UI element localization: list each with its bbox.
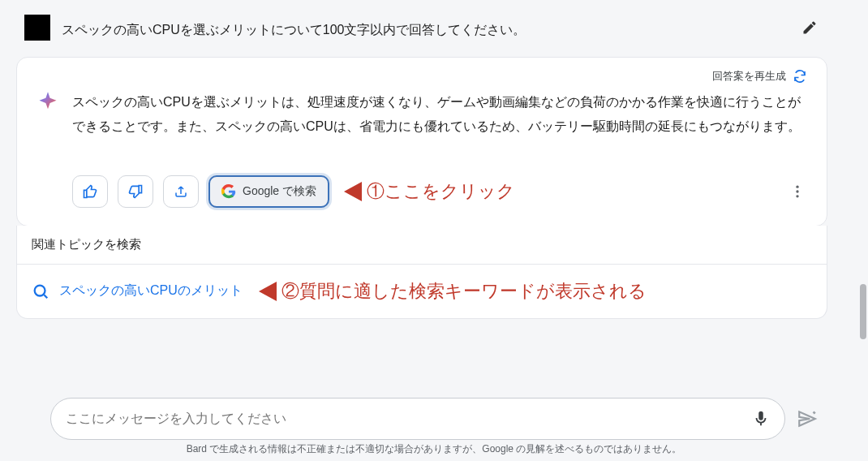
svg-point-3 [35, 285, 45, 295]
message-input[interactable] [66, 411, 752, 426]
thumb-up-icon [82, 183, 98, 200]
regenerate-button[interactable]: 回答案を再生成 [37, 69, 807, 84]
triangle-left-icon [259, 282, 277, 301]
annotation-two-text: ②質問に適した検索キーワードが表示される [281, 279, 647, 304]
share-icon [174, 184, 188, 199]
edit-icon[interactable] [800, 18, 819, 37]
more-options-button[interactable] [788, 182, 807, 201]
share-button[interactable] [163, 175, 199, 208]
prompt-row: スペックの高いCPUを選ぶメリットについて100文字以内で回答してください。 [16, 0, 827, 57]
response-text: スペックの高いCPUを選ぶメリットは、処理速度が速くなり、ゲームや動画編集などの… [72, 90, 807, 140]
annotation-one: ①ここをクリック [344, 179, 515, 204]
spark-icon [37, 90, 59, 113]
thumb-down-button[interactable] [118, 175, 153, 208]
response-card: 回答案を再生成 スペックの高いCPUを選ぶメリットは、処理速度が速くなり、ゲーム… [16, 57, 827, 226]
prompt-text: スペックの高いCPUを選ぶメリットについて100文字以内で回答してください。 [62, 15, 789, 41]
refresh-icon [793, 69, 807, 84]
svg-point-0 [796, 185, 798, 187]
microphone-icon[interactable] [752, 410, 770, 428]
regenerate-label: 回答案を再生成 [712, 69, 786, 84]
google-search-button[interactable]: Google で検索 [208, 175, 329, 208]
annotation-two: ②質問に適した検索キーワードが表示される [259, 279, 647, 304]
scrollbar-thumb[interactable] [860, 284, 866, 339]
svg-point-1 [796, 190, 798, 192]
more-vertical-icon [789, 183, 806, 200]
triangle-left-icon [344, 182, 362, 201]
message-input-container [50, 398, 785, 440]
svg-point-2 [796, 195, 798, 197]
google-button-label: Google で検索 [243, 184, 316, 199]
disclaimer-text: Bard で生成される情報は不正確または不適切な場合がありますが、Google … [0, 442, 868, 456]
related-header: 関連トピックを検索 [17, 226, 827, 265]
related-link[interactable]: スペックの高いCPUのメリット [59, 282, 243, 299]
search-icon [32, 282, 49, 300]
user-avatar [24, 15, 50, 41]
send-icon[interactable] [797, 408, 818, 429]
related-item: スペックの高いCPUのメリット ②質問に適した検索キーワードが表示される [17, 265, 827, 318]
thumb-down-icon [127, 183, 144, 200]
annotation-one-text: ①ここをクリック [367, 179, 515, 204]
google-logo-icon [221, 184, 236, 199]
related-topics-card: 関連トピックを検索 スペックの高いCPUのメリット ②質問に適した検索キーワード… [16, 226, 827, 319]
thumb-up-button[interactable] [72, 175, 108, 208]
